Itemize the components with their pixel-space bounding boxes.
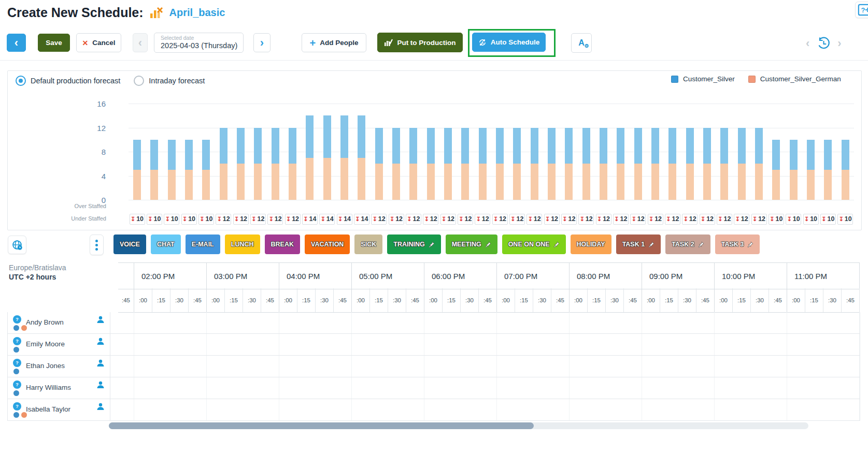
bar-segment-german (202, 170, 210, 200)
bar-segment-german (651, 164, 659, 200)
bar-segment-silver (237, 128, 245, 164)
schedule-row-cells[interactable] (110, 399, 860, 420)
bar-segment-silver (392, 128, 400, 164)
activity-button-task-2[interactable]: TASK 2 (665, 234, 710, 254)
legend-item-1[interactable]: Customer_Silver_German (748, 75, 841, 83)
activity-button-chat[interactable]: CHAT (151, 234, 181, 254)
schedule-row-cells[interactable] (110, 356, 860, 377)
activities-menu-button[interactable] (90, 234, 104, 255)
person-icon[interactable] (96, 359, 105, 369)
timezone-button[interactable] (8, 236, 26, 254)
arrow-down-icon: ↧ (787, 216, 792, 222)
employee-info-icon[interactable]: ? (13, 380, 21, 389)
employee-card[interactable]: ?Emily Moore (8, 334, 110, 355)
employee-card[interactable]: ?Ethan Jones (8, 356, 110, 377)
employee-name: Isabella Taylor (26, 405, 70, 413)
forecast-radio-0[interactable]: Default production forecast (16, 76, 120, 86)
history-next-button[interactable]: › (837, 38, 841, 49)
legend-item-0[interactable]: Customer_Silver (671, 75, 735, 83)
selected-date-field[interactable]: Selected date 2025-04-03 (Thursday) (154, 33, 244, 53)
employee-card[interactable]: ?Harry Williams (8, 377, 110, 399)
activity-button-training[interactable]: TRAINING (387, 234, 440, 254)
bar-segment-german (513, 164, 521, 200)
employee-info-icon[interactable]: ? (13, 315, 21, 324)
history-icon[interactable] (817, 37, 830, 50)
schedule-row-3: ?Ethan Jones (8, 356, 860, 377)
auto-schedule-button[interactable]: A Auto Schedule (472, 33, 546, 52)
under-staffed-count: 12 (654, 216, 662, 223)
back-button[interactable]: ‹ (7, 34, 26, 52)
schedule-row-cells[interactable] (110, 334, 860, 355)
next-date-button[interactable]: › (253, 33, 271, 52)
bar-segment-german (444, 164, 452, 200)
person-icon[interactable] (96, 338, 105, 347)
arrow-down-icon: ↧ (752, 216, 757, 222)
employee-info-icon[interactable]: ? (13, 402, 21, 411)
forecast-radio-1[interactable]: Intraday forecast (134, 76, 205, 86)
skill-dots (13, 369, 19, 374)
employee-info-icon[interactable]: ? (13, 337, 21, 345)
arrow-down-icon: ↧ (390, 216, 394, 222)
person-icon[interactable] (96, 316, 105, 326)
under-staffed-badge: ↧14 (319, 214, 335, 225)
under-staffed-badge: ↧12 (613, 214, 629, 225)
activity-button-e-mail[interactable]: E-MAIL (186, 234, 220, 254)
arrow-down-icon: ↧ (476, 216, 481, 222)
activity-button-task-3[interactable]: TASK 3 (715, 234, 760, 254)
employee-card[interactable]: ?Andy Brown (8, 312, 110, 333)
cancel-button[interactable]: ✕ Cancel (76, 33, 121, 52)
bar-segment-german (479, 164, 487, 200)
arrow-down-icon: ↧ (545, 216, 550, 222)
skill-dots (13, 347, 19, 353)
bar-segment-german (306, 158, 314, 200)
activity-button-one-on-one[interactable]: ONE ON ONE (502, 234, 566, 254)
person-icon[interactable] (96, 381, 105, 391)
quarter-header-cell: :00 (496, 288, 515, 312)
quarter-header-cell: :15 (297, 288, 315, 312)
activity-button-vacation[interactable]: VACATION (305, 234, 350, 254)
under-staffed-count: 12 (292, 216, 299, 223)
quarter-header-cell: :00 (569, 288, 587, 312)
quarter-header-cell: :30 (750, 288, 769, 312)
horizontal-scrollbar-track[interactable] (109, 422, 808, 429)
pin-icon (553, 241, 560, 248)
time-header-quarters: :45:00:15:30:45:00:15:30:45:00:15:30:45:… (118, 288, 860, 313)
activity-button-sick[interactable]: SICK (354, 234, 382, 254)
quarter-header-cell: :45 (478, 288, 496, 312)
bar-segment-german (703, 164, 711, 200)
put-to-production-button[interactable]: Put to Production (377, 33, 463, 52)
employee-card[interactable]: ?Isabella Taylor (8, 399, 110, 420)
under-staffed-badge: ↧12 (440, 214, 456, 225)
save-button[interactable]: Save (38, 34, 70, 52)
over-staffed-label: Over Staffed (7, 203, 106, 209)
employee-info-icon[interactable]: ? (13, 359, 21, 367)
history-prev-button[interactable]: ‹ (806, 38, 809, 49)
activity-label: BREAK (271, 241, 294, 248)
bar-segment-silver (168, 140, 176, 170)
arrow-down-icon: ↧ (373, 216, 377, 222)
activity-button-break[interactable]: BREAK (265, 234, 300, 254)
schedule-settings-button[interactable]: A⚙ (571, 33, 592, 53)
activity-button-voice[interactable]: VOICE (113, 234, 146, 254)
bar-segment-german (461, 164, 469, 200)
quarter-header-cell: :30 (533, 288, 551, 312)
under-staffed-badge: ↧10 (769, 214, 784, 225)
prev-date-button[interactable]: ‹ (133, 33, 148, 52)
chart-legend: Customer_SilverCustomer_Silver_German (671, 75, 841, 83)
bar-segment-silver (444, 128, 452, 164)
under-staffed-count: 12 (257, 216, 264, 223)
activity-button-task-1[interactable]: TASK 1 (616, 234, 661, 254)
under-staffed-count: 10 (136, 216, 144, 223)
person-icon[interactable] (96, 403, 105, 413)
activity-button-meeting[interactable]: MEETING (446, 234, 497, 254)
schedule-row-cells[interactable] (110, 377, 860, 399)
activity-button-lunch[interactable]: LUNCH (225, 234, 260, 254)
activity-button-holiday[interactable]: HOLIDAY (571, 234, 611, 254)
under-staffed-badge: ↧12 (233, 214, 249, 225)
schedule-row-cells[interactable] (110, 312, 860, 333)
schedule-name-link[interactable]: April_basic (169, 7, 225, 19)
help-panel-button[interactable]: ? (855, 2, 868, 18)
under-staffed-badge: ↧10 (130, 214, 145, 225)
horizontal-scrollbar-thumb[interactable] (109, 422, 534, 429)
add-people-button[interactable]: + Add People (302, 33, 366, 52)
